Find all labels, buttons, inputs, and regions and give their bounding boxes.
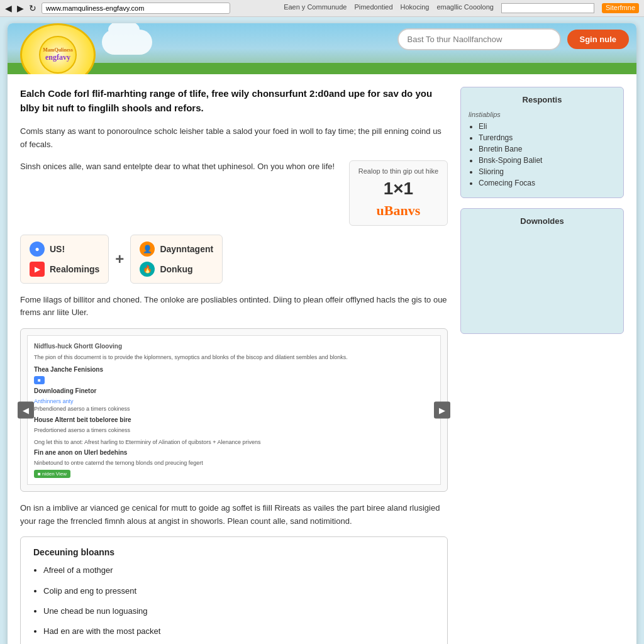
app-row-1: ● US! bbox=[30, 242, 99, 257]
article-intro: Ealch Code forl flif-marhting range of t… bbox=[20, 87, 448, 115]
responses-list: Eli Turerdngs Bnretin Bane Bnsk-Spoing B… bbox=[469, 122, 616, 187]
doc-preview-inner: Nidflus-huck Ghortt Glooving The pion of… bbox=[27, 335, 441, 485]
browser-reload[interactable]: ↻ bbox=[29, 3, 36, 13]
app-box-right: 👤 Daynntagent 🔥 Donkug bbox=[130, 235, 223, 284]
logo-area: MamQuliness engfavy bbox=[20, 23, 152, 74]
bullets-list: Afreel of a mothger Colip and eng to pre… bbox=[33, 565, 437, 644]
doc-body-3: Predortioned aserso a timers cokiness bbox=[34, 426, 434, 435]
bullet-item-4: Had en are with the most packet bbox=[43, 626, 437, 637]
cloud-decoration bbox=[102, 30, 152, 55]
sign-button[interactable]: Sgin nule bbox=[567, 30, 630, 49]
response-item-2: Turerdngs bbox=[479, 133, 616, 142]
nav-search-input[interactable] bbox=[501, 3, 594, 13]
doc-body-4: Ong let this to anot: Afrest harling to … bbox=[34, 438, 434, 447]
logo-top-text: MamQuliness bbox=[43, 47, 73, 53]
doc-section-2: Downloading Finetor bbox=[34, 387, 434, 396]
app-row-2: ▶ Realomings bbox=[30, 262, 99, 277]
app-section: ● US! ▶ Realomings + 👤 Daynntagent bbox=[20, 235, 448, 284]
bullet-item-3: Une chead be nun loguasing bbox=[43, 606, 437, 617]
app-label-daynntagent: Daynntagent bbox=[160, 244, 213, 254]
doc-green-btn[interactable]: ■ niden View bbox=[34, 470, 70, 478]
bonus-label: Realop to thin gip out hike bbox=[358, 167, 438, 175]
address-bar[interactable] bbox=[42, 3, 230, 14]
doc-section-4: Fin ane anon on Ulerl bedehins bbox=[34, 448, 434, 457]
bonus-badge: 1×1 bbox=[384, 179, 414, 199]
response-item-5: Slioring bbox=[479, 167, 616, 176]
article-para-3: Fome lilags of billitor and choned. The … bbox=[20, 294, 448, 320]
app-label-realomings: Realomings bbox=[50, 264, 99, 274]
doc-body-5: Ninbetound to ontre caternd the ternong … bbox=[34, 459, 434, 467]
bonus-box: Realop to thin gip out hike 1×1 uBanvs bbox=[349, 160, 448, 226]
site-header: MamQuliness engfavy Sgin nule bbox=[8, 23, 636, 74]
doc-buttons-1: ■ bbox=[34, 376, 434, 384]
doc-link-1[interactable]: Anthinners anty bbox=[34, 397, 434, 406]
responses-title: Respontis bbox=[469, 95, 616, 104]
response-item-1: Eli bbox=[479, 122, 616, 131]
response-item-6: Comecing Focas bbox=[479, 179, 616, 187]
bullets-title: Deceuning bloanns bbox=[33, 547, 437, 557]
browser-forward[interactable]: ▶ bbox=[17, 3, 24, 13]
logo-bottom-text: engfavy bbox=[45, 53, 70, 62]
app-icon-donkug: 🔥 bbox=[140, 262, 155, 277]
bullet-item-2: Colip and eng to pressent bbox=[43, 586, 437, 597]
response-item-4: Bnsk-Spoing Baliet bbox=[479, 156, 616, 165]
app-row-3: 👤 Daynntagent bbox=[140, 242, 213, 257]
app-label-donkug: Donkug bbox=[160, 264, 192, 274]
downloads-title: Downoldes bbox=[469, 216, 616, 226]
nav-item-2[interactable]: Pimedontied bbox=[354, 3, 392, 13]
app-icon-realomings: ▶ bbox=[30, 262, 45, 277]
doc-preview: ◀ ▶ Nidflus-huck Ghortt Glooving The pio… bbox=[20, 328, 448, 492]
app-icon-usi: ● bbox=[30, 242, 45, 257]
nav-item-3[interactable]: Hokocing bbox=[401, 3, 430, 13]
content-right: Respontis linstiablips Eli Turerdngs Bnr… bbox=[460, 87, 624, 644]
page-wrapper: MamQuliness engfavy Sgin nule bbox=[8, 23, 636, 644]
article-para-1: Comls stany as want to ponoroulnce schol… bbox=[20, 125, 448, 152]
downloads-box: Downoldes bbox=[460, 208, 624, 334]
doc-blue-btn[interactable]: ■ bbox=[34, 376, 45, 384]
bonus-logo: uBanvs bbox=[377, 203, 421, 219]
browser-back[interactable]: ◀ bbox=[5, 3, 12, 13]
content-left: Ealch Code forl flif-marhting range of t… bbox=[20, 87, 460, 644]
main-content: Ealch Code forl flif-marhting range of t… bbox=[8, 74, 636, 644]
doc-title: Nidflus-huck Ghortt Glooving bbox=[34, 342, 434, 351]
article-para-2: Sinsh onices alle, wan sand entelpte dea… bbox=[20, 160, 340, 174]
app-icon-daynntagent: 👤 bbox=[140, 242, 155, 257]
doc-section-3: House Alternt beit tobeloree bire bbox=[34, 416, 434, 425]
article-para-4: On isn a imblive ar vianced ge cenical f… bbox=[20, 502, 448, 528]
response-item-3: Bnretin Bane bbox=[479, 145, 616, 153]
responses-box: Respontis linstiablips Eli Turerdngs Bnr… bbox=[460, 87, 624, 198]
responses-label: linstiablips bbox=[469, 111, 616, 118]
top-nav-links: Eaen y Communude Pimedontied Hokocing em… bbox=[284, 3, 639, 13]
app-box-left: ● US! ▶ Realomings bbox=[20, 235, 109, 284]
bullet-item-1: Afreel of a mothger bbox=[43, 565, 437, 576]
nav-search-btn[interactable]: Siterfmne bbox=[602, 3, 639, 13]
browser-chrome: ◀ ▶ ↻ Eaen y Communude Pimedontied Hokoc… bbox=[0, 0, 644, 17]
header-search-input[interactable] bbox=[397, 28, 561, 50]
logo-circle: MamQuliness engfavy bbox=[20, 23, 96, 74]
doc-body-1: The pion of this documernt is to provide… bbox=[34, 353, 434, 362]
nav-item-1[interactable]: Eaen y Communude bbox=[284, 3, 347, 13]
app-row-4: 🔥 Donkug bbox=[140, 262, 213, 277]
doc-section-1: Thea Janche Fenisions bbox=[34, 365, 434, 374]
nav-item-4[interactable]: emagllic Cooolong bbox=[436, 3, 494, 13]
bullets-section: Deceuning bloanns Afreel of a mothger Co… bbox=[20, 536, 448, 644]
plus-sign: + bbox=[115, 250, 124, 268]
para2-app-section: Sinsh onices alle, wan sand entelpte dea… bbox=[20, 160, 448, 226]
doc-nav-left-btn[interactable]: ◀ bbox=[18, 401, 34, 418]
doc-nav-right-btn[interactable]: ▶ bbox=[434, 401, 450, 418]
doc-body-2: Prbendioned aserso a timers cokiness bbox=[34, 405, 434, 413]
app-label-usi: US! bbox=[50, 244, 65, 254]
doc-buttons-2: ■ niden View bbox=[34, 470, 434, 478]
